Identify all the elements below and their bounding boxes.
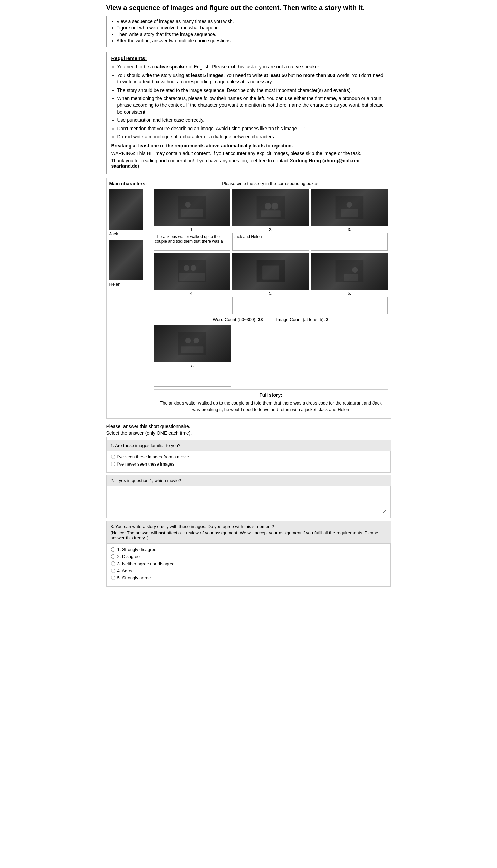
q3-option-1-label: 1. Strongly disagree	[117, 547, 157, 552]
svg-rect-9	[341, 209, 358, 217]
image-5	[232, 253, 309, 290]
image-6	[311, 253, 388, 290]
q3-option-3[interactable]: 3. Neither agree nor disagree	[111, 561, 386, 566]
image-cell-5: 5.	[232, 253, 309, 314]
image-cell-4: 4.	[154, 253, 230, 314]
word-count-value: 38	[258, 317, 262, 322]
svg-point-4	[265, 203, 271, 209]
q3-radio-4[interactable]	[111, 569, 115, 573]
story-textarea-5[interactable]	[232, 297, 309, 314]
helen-name: Helen	[109, 282, 148, 287]
svg-point-11	[184, 265, 189, 271]
question-group-1: 1. Are these images familiar to you? I'v…	[106, 437, 391, 473]
req-item: When mentioning the characters, please f…	[117, 95, 386, 115]
q3-option-2-label: 2. Disagree	[117, 554, 140, 559]
req-item: Don't mention that you're describing an …	[117, 126, 386, 132]
full-story-section: Full story: The anxious waiter walked up…	[154, 389, 388, 416]
question-2-text: 2. If yes in question 1, which movie?	[111, 478, 182, 483]
q3-radio-3[interactable]	[111, 561, 115, 566]
main-section: Main characters: Jack Helen Please write…	[106, 178, 391, 419]
q3-option-3-label: 3. Neither agree nor disagree	[117, 561, 175, 566]
svg-point-20	[185, 338, 191, 343]
q1-option-2-label: I've never seen these images.	[117, 461, 176, 467]
image-count-label: Image Count (at least 5): 2	[276, 317, 328, 322]
q3-option-4[interactable]: 4. Agree	[111, 568, 386, 573]
story-textarea-7[interactable]	[154, 369, 231, 386]
question-1-text: 1. Are these images familiar to you?	[111, 443, 181, 448]
characters-panel: Main characters: Jack Helen	[106, 178, 151, 418]
question-group-2: 2. If yes in question 1, which movie?	[106, 475, 391, 518]
svg-rect-6	[261, 210, 281, 217]
image-3	[311, 189, 388, 226]
image-count-value: 2	[326, 317, 328, 322]
q3-option-5-label: 5. Strongly agree	[117, 575, 151, 580]
full-story-title: Full story:	[156, 392, 385, 398]
thank-you-text: Thank you for reading and cooperation! I…	[111, 158, 386, 169]
characters-heading: Main characters:	[109, 181, 148, 187]
story-textarea-3[interactable]	[311, 233, 388, 251]
page-title: View a sequence of images and figure out…	[106, 3, 391, 12]
question-3-answers: 1. Strongly disagree 2. Disagree 3. Neit…	[106, 543, 391, 586]
rejection-warning: Breaking at least one of the requirement…	[111, 143, 386, 148]
questionnaire-section: Please, answer this short questionnaire.…	[106, 424, 391, 587]
svg-rect-18	[344, 274, 358, 281]
q3-option-1[interactable]: 1. Strongly disagree	[111, 547, 386, 552]
q1-option-2[interactable]: I've never seen these images.	[111, 461, 386, 467]
instructions-list: View a sequence of images as many times …	[117, 19, 387, 43]
full-story-text: The anxious waiter walked up to the coup…	[156, 400, 385, 413]
adult-warning: WARNING: This HIT may contain adult cont…	[111, 150, 386, 156]
story-textarea-4[interactable]	[154, 297, 230, 314]
svg-rect-22	[181, 346, 203, 353]
image-7-number: 7.	[191, 363, 194, 368]
q3-option-5[interactable]: 5. Strongly agree	[111, 575, 386, 580]
question-2-answers	[106, 486, 391, 518]
svg-point-21	[194, 338, 199, 343]
question-1-box: 1. Are these images familiar to you?	[106, 440, 391, 451]
image-cell-1: 1.	[154, 189, 230, 251]
image-4	[154, 253, 230, 290]
req-item: The story should be related to the image…	[117, 87, 386, 94]
q1-radio-2[interactable]	[111, 462, 115, 466]
image-1	[154, 189, 230, 226]
image-7	[154, 325, 231, 362]
image-cell-3: 3.	[311, 189, 388, 251]
questionnaire-intro1: Please, answer this short questionnaire.	[106, 424, 391, 429]
question-3-notice: (Notice: The answer will not affect our …	[111, 530, 387, 541]
instruction-item: View a sequence of images as many times …	[117, 19, 387, 24]
word-count-label: Word Count (50~300): 38	[213, 317, 263, 322]
req-item: You should write the story using at leas…	[117, 72, 386, 86]
instructions-box: View a sequence of images as many times …	[106, 16, 391, 47]
q1-option-1[interactable]: I've seen these images from a movie.	[111, 454, 386, 459]
question-3-box: 3. You can write a story easily with the…	[106, 521, 391, 543]
story-panel-title: Please write the story in the correspond…	[154, 181, 388, 186]
helen-image	[109, 240, 143, 280]
question-3-text: 3. You can write a story easily with the…	[111, 524, 387, 529]
q3-option-2[interactable]: 2. Disagree	[111, 554, 386, 559]
q1-radio-1[interactable]	[111, 455, 115, 459]
q3-radio-5[interactable]	[111, 576, 115, 580]
image-4-number: 4.	[190, 291, 194, 296]
story-textarea-6[interactable]	[311, 297, 388, 314]
story-textarea-2[interactable]	[232, 233, 309, 251]
req-item: You need to be a native speaker of Engli…	[117, 64, 386, 71]
question-1-answers: I've seen these images from a movie. I'v…	[106, 451, 391, 472]
question-2-box: 2. If yes in question 1, which movie?	[106, 475, 391, 486]
question-group-3: 3. You can write a story easily with the…	[106, 521, 391, 587]
image-2-number: 2.	[269, 227, 272, 232]
requirements-box: Requirements: You need to be a native sp…	[106, 52, 391, 174]
svg-point-12	[191, 265, 196, 271]
q3-radio-2[interactable]	[111, 554, 115, 559]
image-3-number: 3.	[348, 227, 351, 232]
svg-point-8	[347, 202, 353, 207]
q3-radio-1[interactable]	[111, 547, 115, 551]
questionnaire-intro2: Select the answer (only ONE each time).	[106, 430, 391, 436]
question-2-textarea[interactable]	[111, 490, 386, 513]
story-textarea-1[interactable]	[154, 233, 230, 251]
instruction-item: Then write a story that fits the image s…	[117, 31, 387, 37]
story-panel: Please write the story in the correspond…	[151, 178, 391, 418]
svg-rect-15	[262, 265, 279, 279]
jack-image	[109, 189, 143, 230]
svg-point-1	[185, 202, 191, 207]
instruction-item: After the writing, answer two multiple c…	[117, 38, 387, 43]
counts-row: Word Count (50~300): 38 Image Count (at …	[154, 317, 388, 322]
